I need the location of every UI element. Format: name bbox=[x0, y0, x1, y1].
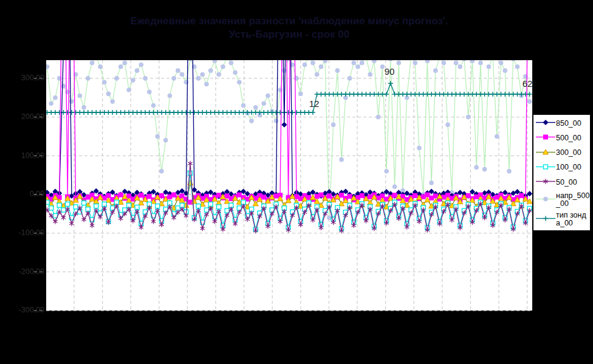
annotation-90: 90 bbox=[385, 66, 395, 77]
legend-marker-diamond-icon bbox=[535, 118, 556, 129]
y-tick-label-m100: -100,00 bbox=[2, 228, 44, 237]
legend-item-500: 500_00 bbox=[535, 132, 590, 143]
annotation-62: 62 bbox=[523, 78, 533, 89]
y-tick-label-200: 200,00 bbox=[2, 112, 44, 121]
legend-label: 300_00 bbox=[556, 149, 581, 157]
legend-label: напр_500_00 bbox=[556, 192, 590, 208]
legend-marker-plus-icon bbox=[535, 214, 556, 225]
legend-item-850: 850_00 bbox=[535, 118, 590, 129]
legend-label: 50_00 bbox=[556, 179, 577, 187]
chart-canvas: Ежедневные значения разности 'наблюдение… bbox=[0, 0, 593, 364]
legend-item-50: 50_00 bbox=[535, 177, 590, 188]
chart-plot: 129062 bbox=[0, 0, 593, 364]
annotation-12: 12 bbox=[309, 98, 320, 109]
y-tick-label-100: 100,00 bbox=[2, 151, 44, 160]
legend-item-napr-500: напр_500_00 bbox=[535, 192, 590, 208]
y-tick-label-0: 0,00 bbox=[2, 190, 44, 198]
legend-item-tip-zonda: тип зонда_00 bbox=[535, 211, 590, 227]
y-tick-label-m200: -200,00 bbox=[2, 267, 44, 276]
legend-marker-circle-icon bbox=[535, 194, 556, 205]
legend-marker-asterisk-icon bbox=[535, 177, 556, 188]
legend-marker-open-square-icon bbox=[535, 162, 556, 173]
legend-item-300: 300_00 bbox=[535, 148, 590, 159]
legend-item-100: 100_00 bbox=[535, 162, 590, 173]
y-tick-label-m300: -300,00 bbox=[2, 306, 44, 314]
legend-label: 500_00 bbox=[556, 134, 581, 142]
legend-label: 850_00 bbox=[556, 120, 581, 128]
legend-label: тип зонда_00 bbox=[556, 211, 590, 227]
legend-marker-triangle-icon bbox=[535, 148, 556, 159]
legend-marker-square-icon bbox=[535, 132, 556, 143]
chart-legend: 850_00 500_00 300_00 100_00 50_00 напр_5… bbox=[533, 114, 591, 231]
y-tick-label-300: 300,00 bbox=[2, 74, 44, 82]
legend-label: 100_00 bbox=[556, 163, 581, 171]
